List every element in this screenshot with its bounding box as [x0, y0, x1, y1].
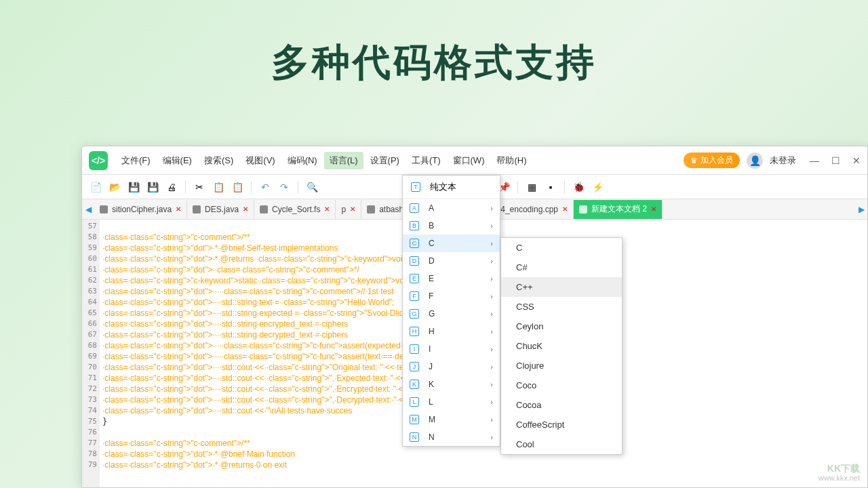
tab-close-icon[interactable]: ✕: [651, 205, 656, 213]
language-letter-L[interactable]: LL›: [403, 393, 500, 411]
letter-label: C: [429, 239, 481, 248]
file-type-icon: D: [410, 256, 419, 266]
language-letter-F[interactable]: FF›: [403, 287, 500, 305]
crown-icon: ♛: [690, 156, 698, 165]
file-type-icon: K: [410, 380, 419, 389]
letter-label: A: [429, 203, 481, 213]
letter-label: E: [429, 274, 481, 283]
menu-item-5[interactable]: 语言(L): [324, 152, 363, 169]
language-option-c[interactable]: C++: [501, 277, 622, 297]
language-letter-K[interactable]: KK›: [403, 375, 500, 393]
tab-close-icon[interactable]: ✕: [176, 205, 181, 213]
language-option-css[interactable]: CSS: [501, 297, 622, 317]
open-file-icon[interactable]: 📂: [108, 180, 121, 194]
file-tab-1[interactable]: DES.java✕: [187, 200, 254, 219]
menu-item-8[interactable]: 窗口(W): [448, 152, 490, 169]
language-menu: T 纯文本 AA›BB›CC›DD›EE›FF›GG›HH›II›JJ›KK›L…: [402, 175, 500, 447]
letter-label: J: [429, 362, 481, 371]
menu-item-3[interactable]: 视图(V): [240, 152, 280, 169]
minimize-button[interactable]: —: [810, 155, 819, 166]
redo-icon[interactable]: ↷: [277, 180, 291, 194]
language-letter-H[interactable]: HH›: [403, 323, 500, 340]
language-option-coco[interactable]: Coco: [501, 375, 622, 395]
letter-label: B: [429, 221, 481, 230]
menu-item-6[interactable]: 设置(P): [365, 152, 405, 169]
save-icon[interactable]: 💾: [127, 180, 140, 194]
print-icon[interactable]: 🖨: [165, 180, 178, 194]
language-letter-I[interactable]: II›: [403, 340, 500, 358]
letter-label: K: [429, 380, 481, 389]
maximize-button[interactable]: ☐: [831, 155, 840, 166]
language-option-c[interactable]: C#: [501, 258, 622, 277]
file-tab-3[interactable]: p✕: [336, 200, 361, 219]
menu-item-2[interactable]: 搜索(S): [199, 152, 239, 169]
vip-badge[interactable]: ♛ 加入会员: [684, 152, 740, 168]
file-tab-0[interactable]: sitionCipher.java✕: [94, 200, 187, 219]
tab-label: Cycle_Sort.fs: [272, 205, 320, 214]
language-letter-A[interactable]: AA›: [403, 199, 500, 217]
lightning-icon[interactable]: ⚡: [591, 180, 604, 194]
chevron-right-icon: ›: [490, 327, 493, 336]
tab-label: p: [341, 205, 346, 214]
copy-icon[interactable]: 📋: [212, 180, 225, 194]
language-option-chuck[interactable]: ChucK: [501, 336, 622, 356]
tab-close-icon[interactable]: ✕: [562, 205, 568, 213]
letter-label: I: [429, 344, 481, 354]
language-option-ceylon[interactable]: Ceylon: [501, 317, 622, 336]
cut-icon[interactable]: ✂: [193, 180, 206, 194]
tab-scroll-right[interactable]: ▶: [855, 205, 867, 214]
bug-icon[interactable]: 🐞: [572, 180, 585, 194]
zoom-in-icon[interactable]: 🔍: [305, 180, 319, 194]
file-type-icon: B: [410, 221, 419, 230]
language-letter-D[interactable]: DD›: [403, 252, 500, 270]
language-letter-J[interactable]: JJ›: [403, 358, 500, 375]
language-letter-E[interactable]: EE›: [403, 270, 500, 287]
file-icon: [260, 205, 268, 214]
language-letter-B[interactable]: BB›: [403, 217, 500, 235]
language-option-cocoa[interactable]: Cocoa: [501, 395, 622, 415]
chevron-right-icon: ›: [490, 415, 493, 424]
letter-label: L: [429, 397, 481, 407]
language-option-c[interactable]: C: [501, 238, 622, 258]
terminal-icon[interactable]: ▪: [544, 180, 557, 194]
chevron-right-icon: ›: [490, 222, 493, 230]
language-letter-G[interactable]: GG›: [403, 305, 500, 323]
language-option-cool[interactable]: Cool: [501, 434, 622, 454]
line-gutter: 5758596061626364656667686970717273747576…: [82, 220, 100, 487]
vip-label: 加入会员: [701, 155, 733, 166]
new-file-icon[interactable]: 📄: [89, 180, 102, 194]
language-option-coffeescript[interactable]: CoffeeScript: [501, 415, 622, 434]
menu-item-1[interactable]: 编辑(E): [157, 152, 197, 169]
file-icon: [193, 205, 201, 214]
file-type-icon: A: [410, 203, 419, 213]
menu-item-7[interactable]: 工具(T): [406, 152, 446, 169]
chevron-right-icon: ›: [490, 239, 493, 247]
paste-icon[interactable]: 📋: [231, 180, 244, 194]
save-all-icon[interactable]: 💾: [146, 180, 159, 194]
avatar-icon[interactable]: 👤: [747, 152, 763, 169]
file-tab-6[interactable]: 新建文本文档 2✕: [574, 200, 663, 219]
menu-item-9[interactable]: 帮助(H): [491, 152, 532, 169]
language-letter-C[interactable]: CC›: [403, 235, 500, 252]
chevron-right-icon: ›: [490, 398, 493, 406]
tab-label: 新建文本文档 2: [591, 203, 647, 215]
tab-close-icon[interactable]: ✕: [324, 205, 330, 213]
menu-item-4[interactable]: 编码(N): [282, 152, 323, 169]
app-logo-icon: </>: [89, 151, 108, 170]
language-letter-M[interactable]: MM›: [403, 411, 500, 428]
chevron-right-icon: ›: [490, 310, 493, 318]
tab-close-icon[interactable]: ✕: [350, 205, 355, 213]
grid-icon[interactable]: ▦: [525, 180, 538, 194]
language-menu-header[interactable]: T 纯文本: [403, 176, 500, 199]
tab-scroll-left[interactable]: ◀: [82, 205, 94, 214]
chevron-right-icon: ›: [490, 433, 493, 441]
file-tab-2[interactable]: Cycle_Sort.fs✕: [254, 200, 336, 219]
close-button[interactable]: ✕: [852, 155, 861, 166]
undo-icon[interactable]: ↶: [258, 180, 272, 194]
tab-close-icon[interactable]: ✕: [243, 205, 248, 213]
language-letter-N[interactable]: NN›: [403, 428, 500, 446]
chevron-right-icon: ›: [490, 204, 493, 212]
language-option-clojure[interactable]: Clojure: [501, 356, 622, 375]
menu-item-0[interactable]: 文件(F): [116, 152, 156, 169]
file-type-icon: M: [410, 415, 419, 424]
